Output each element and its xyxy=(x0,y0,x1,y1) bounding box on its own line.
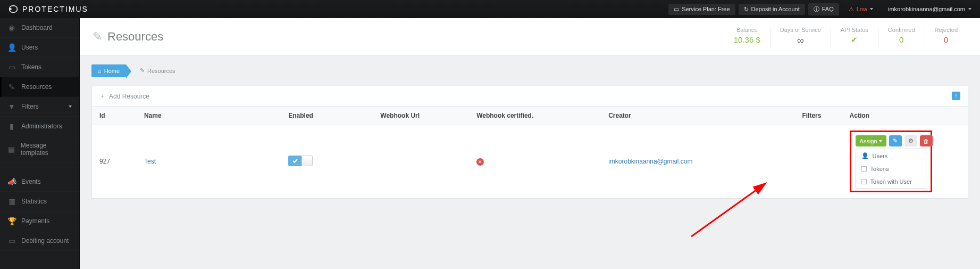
sidebar-item-debiting-account[interactable]: ▭Debiting account xyxy=(0,231,79,251)
sidebar-item-payments[interactable]: 🏆Payments xyxy=(0,211,79,231)
sidebar-item-events[interactable]: 📣Events xyxy=(0,172,79,192)
check-icon: ✔ xyxy=(841,35,868,45)
sidebar-item-resources[interactable]: ✎Resources xyxy=(0,77,79,97)
cross-circle-icon: ✕ xyxy=(476,158,484,166)
card-icon: ▭ xyxy=(674,6,679,13)
cell-filters xyxy=(794,125,842,198)
cell-name: Test xyxy=(137,125,281,198)
square-icon xyxy=(861,166,867,172)
add-resource-button[interactable]: ＋ Add Resource xyxy=(99,92,149,101)
chart-icon: ▥ xyxy=(7,197,16,206)
warning-icon: ⚠ xyxy=(849,6,854,13)
col-filters[interactable]: Filters xyxy=(794,107,842,125)
col-enabled[interactable]: Enabled xyxy=(281,107,373,125)
user-icon: 👤 xyxy=(861,152,869,159)
col-webhook-url[interactable]: Webhook Url xyxy=(373,107,469,125)
caret-down-icon xyxy=(69,105,72,108)
file-icon: ▤ xyxy=(7,145,15,153)
caret-down-icon xyxy=(870,8,873,10)
brand-text: PROTECTIMUS xyxy=(22,5,88,13)
check-icon xyxy=(288,156,301,166)
stat-days-of-service: Days of Service ∞ xyxy=(770,27,831,46)
top-bar: PROTECTIMUS ▭ Service Plan: Free ↻ Depos… xyxy=(0,0,980,18)
sidebar-item-dashboard[interactable]: ◉Dashboard xyxy=(0,18,79,38)
sidebar-item-administrators[interactable]: ▮Administrators xyxy=(0,117,79,136)
col-creator[interactable]: Creator xyxy=(601,107,794,125)
receipt-icon: ▭ xyxy=(7,237,16,245)
content-area: ✎ Resources Balance 10.36 $ Days of Serv… xyxy=(80,18,980,269)
header-stats: Balance 10.36 $ Days of Service ∞ API St… xyxy=(724,27,967,46)
info-icon: ⓘ xyxy=(814,5,819,13)
col-action[interactable]: Action xyxy=(842,107,968,125)
settings-button[interactable]: ⚙ xyxy=(904,135,917,146)
sidebar-item-tokens[interactable]: ▭Tokens xyxy=(0,58,79,77)
breadcrumb-resources[interactable]: ✎ Resources xyxy=(129,64,183,77)
edit-icon: ✎ xyxy=(140,67,145,74)
stat-api-status: API Status ✔ xyxy=(831,27,878,46)
table-row: 927 Test ✕ imkorobkinaanna@gmail.com xyxy=(92,125,968,198)
col-webhook-certified[interactable]: Webhook certified. xyxy=(469,107,601,125)
assign-dropdown: 👤Users Tokens Token with User xyxy=(856,149,926,189)
trash-icon: 🗑 xyxy=(923,138,929,144)
resources-panel: ＋ Add Resource ! Id Name Enabled Webhook… xyxy=(91,86,968,199)
caret-down-icon xyxy=(968,8,971,10)
refresh-icon: ↻ xyxy=(744,6,749,13)
low-indicator[interactable]: ⚠ Low xyxy=(842,6,880,13)
stat-balance: Balance 10.36 $ xyxy=(724,27,770,46)
col-name[interactable]: Name xyxy=(137,107,281,125)
cell-creator: imkorobkinaanna@gmail.com xyxy=(601,125,794,198)
enabled-toggle[interactable] xyxy=(288,156,313,166)
sidebar: ◉Dashboard 👤Users ▭Tokens ✎Resources ▼Fi… xyxy=(0,18,80,269)
dashboard-icon: ◉ xyxy=(7,23,16,32)
page-title: ✎ Resources xyxy=(93,30,163,44)
assign-token-with-user[interactable]: Token with User xyxy=(856,175,926,188)
infinity-icon: ∞ xyxy=(780,35,821,46)
action-highlight-box: Assign ✎ ⚙ 🗑 👤Users xyxy=(850,131,932,192)
col-id[interactable]: Id xyxy=(92,107,137,125)
stat-confirmed: Confirmed 0 xyxy=(878,27,925,46)
token-icon: ▭ xyxy=(7,63,16,71)
breadcrumb-home[interactable]: ⌂ Home xyxy=(91,64,126,77)
cell-action: Assign ✎ ⚙ 🗑 👤Users xyxy=(842,125,968,198)
trophy-icon: 🏆 xyxy=(7,217,16,225)
sidebar-item-filters[interactable]: ▼Filters xyxy=(0,97,79,117)
edit-icon: ✎ xyxy=(93,30,102,44)
cell-enabled xyxy=(281,125,373,198)
stat-rejected: Rejected 0 xyxy=(925,27,967,46)
toggle-knob xyxy=(301,156,313,166)
gear-icon: ⚙ xyxy=(908,137,914,144)
delete-button[interactable]: 🗑 xyxy=(920,135,933,146)
user-menu[interactable]: imkorobkinaanna@gmail.com xyxy=(880,6,980,12)
edit-icon: ✎ xyxy=(7,83,16,91)
sidebar-item-statistics[interactable]: ▥Statistics xyxy=(0,192,79,211)
faq-button[interactable]: ⓘ FAQ xyxy=(808,3,839,15)
users-icon: 👤 xyxy=(7,43,16,52)
panel-toolbar: ＋ Add Resource ! xyxy=(92,86,968,107)
bullhorn-icon: 📣 xyxy=(7,177,16,186)
assign-button[interactable]: Assign xyxy=(856,135,886,146)
creator-link[interactable]: imkorobkinaanna@gmail.com xyxy=(608,158,692,165)
sidebar-item-users[interactable]: 👤Users xyxy=(0,38,79,58)
shield-loop-icon xyxy=(7,3,19,15)
sidebar-item-message-templates[interactable]: ▤Message templates xyxy=(0,136,79,162)
brand-logo[interactable]: PROTECTIMUS xyxy=(0,3,96,15)
page-header: ✎ Resources Balance 10.36 $ Days of Serv… xyxy=(80,18,980,55)
plus-icon: ＋ xyxy=(99,92,106,101)
filter-icon: ▼ xyxy=(7,102,16,111)
resources-table: Id Name Enabled Webhook Url Webhook cert… xyxy=(92,107,968,198)
edit-icon: ✎ xyxy=(893,137,898,144)
deposit-button[interactable]: ↻ Deposit in Account xyxy=(739,4,805,15)
assign-tokens[interactable]: Tokens xyxy=(856,162,926,175)
breadcrumb: ⌂ Home ✎ Resources xyxy=(80,55,980,80)
edit-button[interactable]: ✎ xyxy=(889,135,902,146)
service-plan-button[interactable]: ▭ Service Plan: Free xyxy=(668,4,735,15)
cell-webhook-url xyxy=(373,125,469,198)
svg-point-0 xyxy=(10,9,11,10)
resource-link[interactable]: Test xyxy=(144,158,156,165)
bars-icon: ▮ xyxy=(7,122,16,131)
square-icon xyxy=(861,179,867,184)
home-icon: ⌂ xyxy=(98,68,102,74)
cell-id: 927 xyxy=(92,125,137,198)
assign-users[interactable]: 👤Users xyxy=(856,149,926,162)
help-badge[interactable]: ! xyxy=(952,92,960,100)
